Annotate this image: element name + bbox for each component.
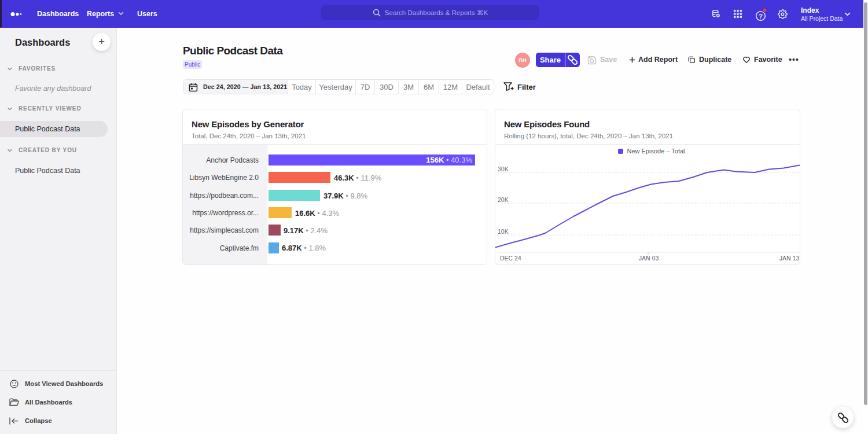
svg-text:?: ? [759, 13, 763, 20]
